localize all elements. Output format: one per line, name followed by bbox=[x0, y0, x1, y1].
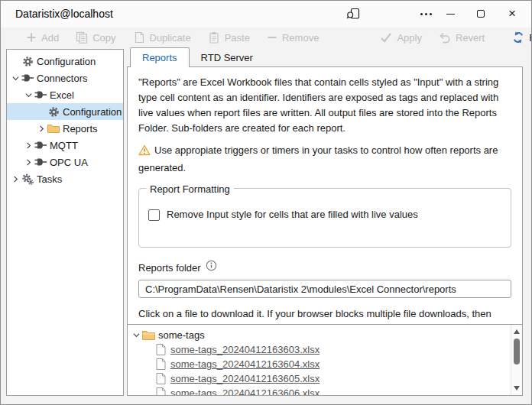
plus-icon bbox=[26, 32, 37, 43]
revert-label: Revert bbox=[456, 32, 485, 44]
add-label: Add bbox=[41, 32, 59, 44]
tab-label: RTD Server bbox=[201, 52, 253, 63]
copy-label: Copy bbox=[92, 32, 115, 44]
tree-label: MQTT bbox=[50, 140, 78, 151]
paste-button[interactable]: Paste bbox=[208, 31, 250, 44]
plug-icon bbox=[21, 73, 34, 83]
file-row: some-tags_20240412163603.xlsx bbox=[131, 342, 522, 357]
apply-label: Apply bbox=[397, 32, 422, 44]
chevron-right-icon[interactable] bbox=[10, 175, 21, 183]
sidebar-item-opc-ua[interactable]: OPC UA bbox=[7, 154, 123, 170]
search-window-icon[interactable] bbox=[341, 0, 365, 28]
duplicate-icon bbox=[133, 31, 145, 44]
remove-input-style-checkbox[interactable] bbox=[148, 209, 160, 221]
plug-icon bbox=[34, 140, 47, 151]
tab-label: Reports bbox=[142, 52, 177, 63]
reports-folder-input[interactable] bbox=[138, 280, 511, 298]
scroll-down-icon[interactable] bbox=[511, 383, 522, 394]
refresh-label: Refresh bbox=[529, 32, 532, 44]
copy-icon bbox=[76, 31, 88, 44]
reports-folder-label: Reports folder bbox=[138, 261, 201, 276]
chevron-down-icon[interactable] bbox=[131, 331, 141, 339]
scrollbar[interactable] bbox=[511, 325, 522, 395]
file-link[interactable]: some-tags_20240412163605.xlsx bbox=[170, 373, 320, 384]
toolbar: Add Copy Duplicate Paste Remove Apply bbox=[0, 28, 532, 47]
checkbox-label: Remove Input style for cells that are fi… bbox=[167, 207, 418, 222]
gear-icon bbox=[21, 56, 34, 67]
refresh-icon bbox=[512, 31, 524, 44]
folder-icon bbox=[47, 124, 60, 134]
remove-label: Remove bbox=[282, 32, 319, 44]
tree-label: Reports bbox=[63, 123, 98, 134]
tree-label: Tasks bbox=[37, 173, 62, 185]
add-button[interactable]: Add bbox=[26, 32, 59, 44]
file-link[interactable]: some-tags_20240412163603.xlsx bbox=[170, 344, 320, 355]
folder-icon bbox=[141, 330, 155, 341]
tree-label: Excel bbox=[50, 89, 74, 101]
report-files-list: some-tags some-tags_20240412163603.xlsx … bbox=[128, 324, 522, 395]
duplicate-button[interactable]: Duplicate bbox=[133, 31, 191, 44]
paste-label: Paste bbox=[225, 32, 250, 44]
file-row: some-tags_20240412163605.xlsx bbox=[131, 371, 522, 386]
tab-reports[interactable]: Reports bbox=[130, 47, 190, 67]
sidebar-item-excel[interactable]: Excel bbox=[7, 86, 123, 103]
tree-label: Configuration bbox=[63, 106, 122, 118]
sidebar-item-reports[interactable]: Reports bbox=[7, 120, 123, 137]
file-icon bbox=[154, 358, 167, 370]
file-link[interactable]: some-tags_20240412163604.xlsx bbox=[170, 358, 320, 370]
apply-button[interactable]: Apply bbox=[380, 32, 422, 44]
chevron-down-icon[interactable] bbox=[10, 74, 21, 83]
chevron-right-icon[interactable] bbox=[23, 158, 34, 167]
scroll-up-icon[interactable] bbox=[511, 326, 522, 337]
file-row: some-tags_20240412163606.xlsx bbox=[131, 386, 522, 395]
more-icon[interactable] bbox=[414, 0, 438, 28]
group-title: Report Formatting bbox=[146, 182, 234, 197]
reports-description: "Reports" are Excel Workbook files that … bbox=[138, 75, 511, 136]
revert-icon bbox=[439, 32, 451, 44]
file-icon bbox=[154, 344, 167, 355]
info-icon[interactable] bbox=[206, 260, 217, 276]
sidebar-item-mqtt[interactable]: MQTT bbox=[7, 137, 123, 154]
file-row: some-tags_20240412163604.xlsx bbox=[131, 357, 522, 371]
sidebar-item-excel-configuration[interactable]: Configuration bbox=[7, 103, 123, 120]
chevron-down-icon[interactable] bbox=[23, 91, 34, 99]
chevron-right-icon[interactable] bbox=[23, 141, 34, 150]
minimize-icon[interactable] bbox=[438, 0, 462, 28]
chevron-right-icon[interactable] bbox=[36, 125, 47, 133]
tree-label: Connectors bbox=[37, 73, 87, 84]
plug-icon bbox=[34, 157, 47, 167]
plug-icon bbox=[34, 89, 47, 100]
report-formatting-group: Report Formatting Remove Input style for… bbox=[138, 188, 511, 248]
close-icon[interactable]: × bbox=[499, 0, 525, 28]
sidebar-item-connectors[interactable]: Connectors bbox=[7, 70, 123, 86]
sidebar-tree: Configuration Connectors Excel Configura… bbox=[6, 49, 124, 396]
maximize-icon[interactable] bbox=[469, 0, 493, 28]
sidebar-item-tasks[interactable]: Tasks bbox=[7, 170, 123, 187]
minus-icon bbox=[267, 32, 277, 43]
warning-text: Use appropiate triggers or timers in you… bbox=[138, 143, 511, 176]
tab-bar: Reports RTD Server bbox=[130, 47, 264, 67]
folder-row-some-tags[interactable]: some-tags bbox=[131, 328, 522, 342]
titlebar: Dataristix@localhost × bbox=[0, 0, 532, 28]
warning-icon bbox=[138, 144, 151, 160]
revert-button[interactable]: Revert bbox=[439, 32, 485, 44]
duplicate-label: Duplicate bbox=[150, 32, 191, 44]
warning-label: Use appropiate triggers or timers in you… bbox=[138, 144, 498, 173]
folder-name: some-tags bbox=[158, 329, 205, 341]
reports-tab-panel: "Reports" are Excel Workbook files that … bbox=[127, 66, 523, 396]
window-title: Dataristix@localhost bbox=[15, 8, 113, 20]
check-icon bbox=[380, 32, 392, 43]
tab-rtd-server[interactable]: RTD Server bbox=[190, 47, 264, 67]
file-icon bbox=[154, 387, 167, 395]
file-icon bbox=[154, 373, 167, 384]
remove-button[interactable]: Remove bbox=[267, 32, 319, 44]
gears-icon bbox=[21, 173, 34, 185]
gear-icon bbox=[47, 106, 60, 118]
file-link[interactable]: some-tags_20240412163606.xlsx bbox=[170, 387, 320, 395]
refresh-button[interactable]: Refresh bbox=[512, 31, 532, 44]
scroll-thumb[interactable] bbox=[514, 339, 520, 364]
paste-icon bbox=[208, 31, 220, 44]
tree-label: OPC UA bbox=[50, 157, 88, 168]
sidebar-item-configuration[interactable]: Configuration bbox=[7, 53, 123, 70]
copy-button[interactable]: Copy bbox=[76, 31, 115, 44]
